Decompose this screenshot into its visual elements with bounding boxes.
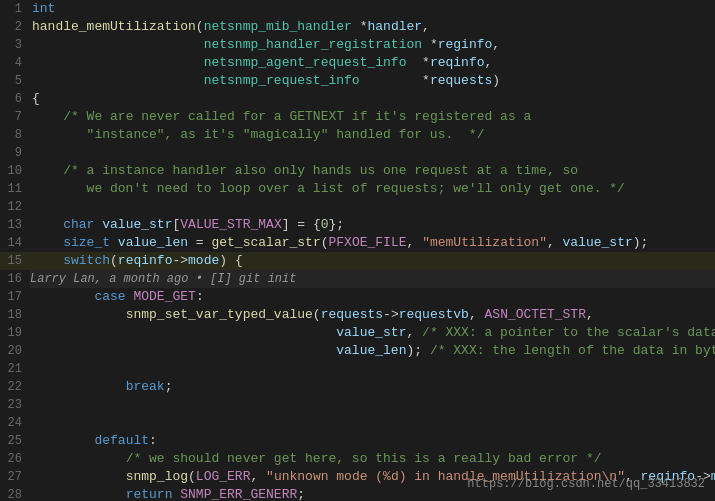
line-text bbox=[30, 414, 715, 432]
code-line-26: 26 /* we should never get here, so this … bbox=[0, 450, 715, 468]
code-line-18: 18 snmp_set_var_typed_value(requests->re… bbox=[0, 306, 715, 324]
code-line-14: 14 size_t value_len = get_scalar_str(PFX… bbox=[0, 234, 715, 252]
line-text: value_str, /* XXX: a pointer to the scal… bbox=[30, 324, 715, 342]
line-number: 18 bbox=[0, 306, 30, 324]
code-line-4: 4 netsnmp_agent_request_info *reqinfo, bbox=[0, 54, 715, 72]
code-line-12: 12 bbox=[0, 198, 715, 216]
code-line-8: 8 "instance", as it's "magically" handle… bbox=[0, 126, 715, 144]
line-text: /* a instance handler also only hands us… bbox=[30, 162, 715, 180]
code-line-20: 20 value_len); /* XXX: the length of the… bbox=[0, 342, 715, 360]
line-text: { bbox=[30, 90, 715, 108]
line-number: 22 bbox=[0, 378, 30, 396]
code-line-1: 1 int bbox=[0, 0, 715, 18]
code-line-15: 15 switch(reqinfo->mode) { bbox=[0, 252, 715, 270]
line-number: 26 bbox=[0, 450, 30, 468]
line-number: 9 bbox=[0, 144, 30, 162]
line-text: switch(reqinfo->mode) { bbox=[30, 252, 715, 270]
line-text: default: bbox=[30, 432, 715, 450]
line-text: netsnmp_request_info *requests) bbox=[30, 72, 715, 90]
code-line-11: 11 we don't need to loop over a list of … bbox=[0, 180, 715, 198]
line-text bbox=[30, 360, 715, 378]
line-number: 2 bbox=[0, 18, 30, 36]
line-text bbox=[30, 144, 715, 162]
line-number: 17 bbox=[0, 288, 30, 306]
git-tooltip-line: 16 Larry Lan, a month ago • [I] git init bbox=[0, 270, 715, 288]
code-line-23: 23 bbox=[0, 396, 715, 414]
line-number: 16 bbox=[0, 270, 30, 288]
line-number: 24 bbox=[0, 414, 30, 432]
line-number: 21 bbox=[0, 360, 30, 378]
line-number: 3 bbox=[0, 36, 30, 54]
line-text: char value_str[VALUE_STR_MAX] = {0}; bbox=[30, 216, 715, 234]
code-line-13: 13 char value_str[VALUE_STR_MAX] = {0}; bbox=[0, 216, 715, 234]
line-number: 23 bbox=[0, 396, 30, 414]
code-editor: 1 int 2 handle_memUtilization(netsnmp_mi… bbox=[0, 0, 715, 501]
line-number: 20 bbox=[0, 342, 30, 360]
line-number: 6 bbox=[0, 90, 30, 108]
line-number: 5 bbox=[0, 72, 30, 90]
line-number: 13 bbox=[0, 216, 30, 234]
code-line-21: 21 bbox=[0, 360, 715, 378]
code-line-6: 6 { bbox=[0, 90, 715, 108]
line-text: size_t value_len = get_scalar_str(PFXOE_… bbox=[30, 234, 715, 252]
line-number: 11 bbox=[0, 180, 30, 198]
line-number: 1 bbox=[0, 0, 30, 18]
code-line-19: 19 value_str, /* XXX: a pointer to the s… bbox=[0, 324, 715, 342]
line-number: 15 bbox=[0, 252, 30, 270]
line-text: netsnmp_handler_registration *reginfo, bbox=[30, 36, 715, 54]
code-line-5: 5 netsnmp_request_info *requests) bbox=[0, 72, 715, 90]
line-text: /* we should never get here, so this is … bbox=[30, 450, 715, 468]
line-number: 7 bbox=[0, 108, 30, 126]
code-line-17: 17 case MODE_GET: bbox=[0, 288, 715, 306]
code-line-2: 2 handle_memUtilization(netsnmp_mib_hand… bbox=[0, 18, 715, 36]
line-text: "instance", as it's "magically" handled … bbox=[30, 126, 715, 144]
line-text: handle_memUtilization(netsnmp_mib_handle… bbox=[30, 18, 715, 36]
line-number: 8 bbox=[0, 126, 30, 144]
line-number: 27 bbox=[0, 468, 30, 486]
code-line-24: 24 bbox=[0, 414, 715, 432]
line-number: 25 bbox=[0, 432, 30, 450]
code-line-25: 25 default: bbox=[0, 432, 715, 450]
line-number: 28 bbox=[0, 486, 30, 501]
line-text: break; bbox=[30, 378, 715, 396]
line-number: 19 bbox=[0, 324, 30, 342]
line-text: case MODE_GET: bbox=[30, 288, 715, 306]
code-line-22: 22 break; bbox=[0, 378, 715, 396]
line-text: value_len); /* XXX: the length of the da… bbox=[30, 342, 715, 360]
line-number: 10 bbox=[0, 162, 30, 180]
code-line-10: 10 /* a instance handler also only hands… bbox=[0, 162, 715, 180]
line-number: 12 bbox=[0, 198, 30, 216]
line-text bbox=[30, 396, 715, 414]
line-text: netsnmp_agent_request_info *reqinfo, bbox=[30, 54, 715, 72]
line-text: /* We are never called for a GETNEXT if … bbox=[30, 108, 715, 126]
line-text: int bbox=[30, 0, 715, 18]
code-line-7: 7 /* We are never called for a GETNEXT i… bbox=[0, 108, 715, 126]
line-text: snmp_set_var_typed_value(requests->reque… bbox=[30, 306, 715, 324]
code-line-9: 9 bbox=[0, 144, 715, 162]
line-text bbox=[30, 198, 715, 216]
git-tooltip: Larry Lan, a month ago • [I] git init bbox=[30, 270, 715, 288]
line-number: 4 bbox=[0, 54, 30, 72]
line-text: we don't need to loop over a list of req… bbox=[30, 180, 715, 198]
line-number: 14 bbox=[0, 234, 30, 252]
code-line-3: 3 netsnmp_handler_registration *reginfo, bbox=[0, 36, 715, 54]
watermark: https://blog.csdn.net/qq_33413832 bbox=[467, 477, 705, 491]
